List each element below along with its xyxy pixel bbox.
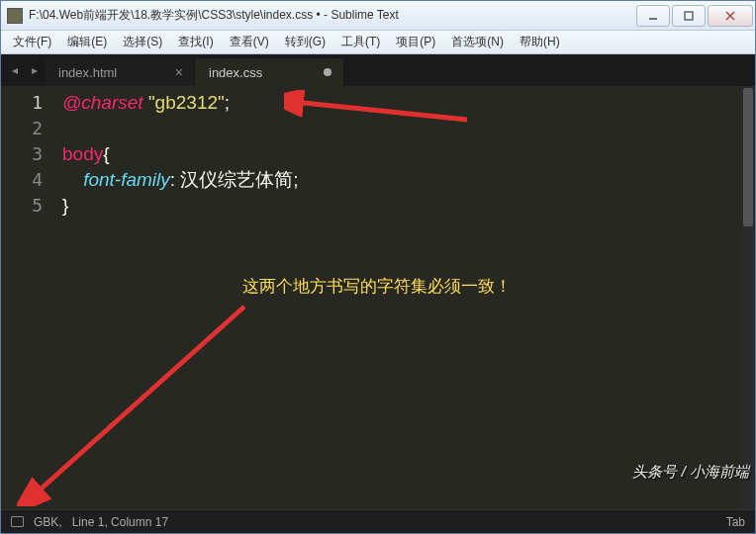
svg-rect-1 [685,12,693,20]
code-token: 汉仪综艺体简 [180,169,293,190]
code-token: ; [293,169,298,190]
line-number: 1 [1,90,43,116]
code-view[interactable]: @charset "gb2312"; body{ font-family: 汉仪… [56,86,755,509]
status-tab-size[interactable]: Tab [726,515,745,529]
minimize-button[interactable] [636,5,670,27]
menu-bar: 文件(F) 编辑(E) 选择(S) 查找(I) 查看(V) 转到(G) 工具(T… [1,31,755,54]
close-button[interactable] [708,5,753,27]
tab-strip: ◂ ▸ index.html × index.css [1,54,755,86]
window-title: F:\04.Web前端开发\18.教学实例\CSS3\style\index.c… [29,7,636,24]
close-icon[interactable]: × [175,64,183,80]
menu-edit[interactable]: 编辑(E) [59,31,115,53]
tab-index-html[interactable]: index.html × [45,58,193,86]
menu-prefs[interactable]: 首选项(N) [443,31,512,53]
menu-select[interactable]: 选择(S) [115,31,170,53]
menu-view[interactable]: 查看(V) [222,31,277,53]
scroll-thumb[interactable] [743,88,753,226]
line-gutter: 1 2 3 4 5 [1,86,56,509]
menu-project[interactable]: 项目(P) [388,31,443,53]
watermark-text: 头条号 / 小海前端 [632,463,749,482]
code-token: body [62,143,103,164]
status-encoding[interactable]: GBK, [34,515,62,529]
code-token: @charset [62,92,148,113]
line-number: 5 [1,193,43,219]
code-token: font-family [83,169,170,190]
line-number: 3 [1,141,43,167]
editor-area[interactable]: 1 2 3 4 5 @charset "gb2312"; body{ font-… [1,86,755,509]
menu-find[interactable]: 查找(I) [170,31,221,53]
code-token: ; [225,92,230,113]
code-token: { [103,143,109,164]
code-token [62,169,83,190]
code-token: : [170,169,181,190]
tab-next-icon[interactable]: ▸ [27,62,43,78]
svg-line-5 [35,307,244,494]
maximize-button[interactable] [672,5,706,27]
title-bar: F:\04.Web前端开发\18.教学实例\CSS3\style\index.c… [1,1,755,31]
tab-prev-icon[interactable]: ◂ [7,62,23,78]
app-icon [7,8,23,24]
annotation-text: 这两个地方书写的字符集必须一致！ [242,274,512,300]
tab-label: index.html [58,65,117,80]
status-position[interactable]: Line 1, Column 17 [72,515,168,529]
line-number: 4 [1,167,43,193]
dirty-indicator-icon [324,68,331,76]
menu-file[interactable]: 文件(F) [5,31,59,53]
menu-goto[interactable]: 转到(G) [277,31,333,53]
menu-help[interactable]: 帮助(H) [512,31,568,53]
tab-index-css[interactable]: index.css [195,58,343,86]
vertical-scrollbar[interactable] [741,86,755,509]
panel-toggle-icon[interactable] [11,516,24,527]
code-token: } [62,195,68,216]
line-number: 2 [1,116,43,141]
tab-label: index.css [209,65,262,80]
menu-tools[interactable]: 工具(T) [333,31,388,53]
code-token: "gb2312" [148,92,225,113]
status-bar: GBK, Line 1, Column 17 Tab [1,509,755,533]
